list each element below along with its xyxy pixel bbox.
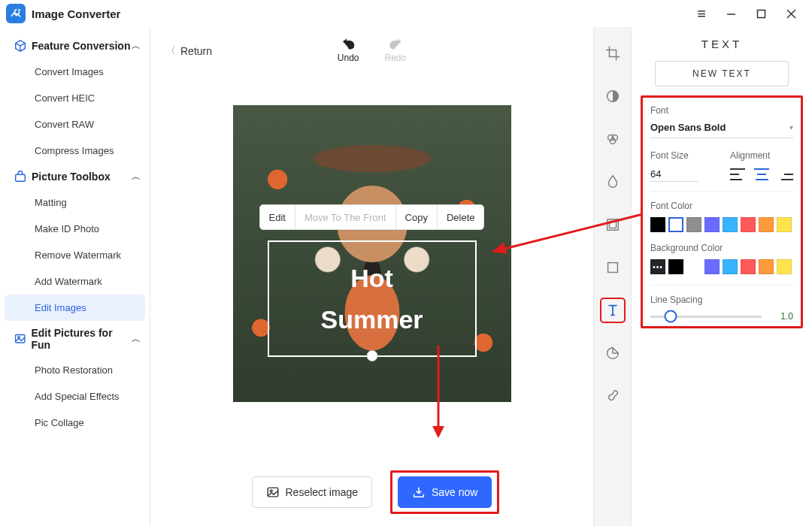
color-swatch[interactable] xyxy=(723,217,738,232)
font-color-label: Font Color xyxy=(650,201,793,211)
sidebar-section-feature-conversion[interactable]: Feature Conversion ︿ xyxy=(0,33,150,59)
color-swatch[interactable] xyxy=(759,259,774,274)
tool-adjust[interactable] xyxy=(600,83,626,109)
ctx-copy[interactable]: Copy xyxy=(396,205,438,229)
crop-icon xyxy=(604,45,621,62)
chevron-up-icon: ︿ xyxy=(132,333,141,346)
color-swatch[interactable] xyxy=(741,217,756,232)
sidebar-item-convert-images[interactable]: Convert Images xyxy=(0,59,150,85)
reselect-image-button[interactable]: Reselect image xyxy=(252,476,373,508)
font-size-label: Font Size xyxy=(650,150,709,161)
text-icon xyxy=(604,302,621,319)
undo-icon xyxy=(341,36,356,50)
tool-effects[interactable] xyxy=(600,126,626,152)
sidebar-item-matting[interactable]: Matting xyxy=(0,189,150,216)
return-button[interactable]: 〈 Return xyxy=(165,44,212,58)
slider-thumb[interactable] xyxy=(664,310,677,323)
sidebar-item-photo-restoration[interactable]: Photo Restoration xyxy=(0,357,150,383)
chevron-down-icon: ▾ xyxy=(789,123,793,132)
color-swatch[interactable] xyxy=(668,217,683,232)
redo-label: Redo xyxy=(385,53,407,63)
context-toolbar: Edit Move To The Front Copy Delete xyxy=(259,204,485,230)
close-button[interactable] xyxy=(776,0,806,27)
color-picker-button[interactable]: ••• xyxy=(650,259,665,274)
color-swatch[interactable] xyxy=(650,217,665,232)
app-title: Image Converter xyxy=(32,8,120,20)
maximize-button[interactable] xyxy=(746,0,776,27)
sidebar-item-remove-watermark[interactable]: Remove Watermark xyxy=(0,242,150,268)
sidebar: Feature Conversion ︿ Convert Images Conv… xyxy=(0,27,150,526)
ctx-edit[interactable]: Edit xyxy=(260,205,295,229)
sidebar-item-edit-images[interactable]: Edit Images xyxy=(5,295,145,321)
canvas-text-content[interactable]: Hot Summer xyxy=(269,242,475,355)
sidebar-section-label: Edit Pictures for Fun xyxy=(31,327,132,351)
sidebar-item-add-special-effects[interactable]: Add Special Effects xyxy=(0,383,150,410)
sidebar-section-edit-pictures-for-fun[interactable]: Edit Pictures for Fun ︿ xyxy=(0,321,150,357)
canvas-image[interactable]: Edit Move To The Front Copy Delete Hot S… xyxy=(233,105,511,402)
new-text-button[interactable]: NEW TEXT xyxy=(655,61,789,86)
font-label: Font xyxy=(650,105,793,116)
sidebar-item-convert-raw[interactable]: Convert RAW xyxy=(0,111,150,138)
save-now-button[interactable]: Save now xyxy=(398,476,492,508)
line-spacing-label: Line Spacing xyxy=(650,295,793,305)
tool-draw[interactable] xyxy=(600,383,626,409)
tool-crop[interactable] xyxy=(600,41,626,66)
sidebar-item-compress-images[interactable]: Compress Images xyxy=(0,138,150,164)
effects-icon xyxy=(604,131,621,147)
sidebar-item-add-watermark[interactable]: Add Watermark xyxy=(0,268,150,295)
alignment-label: Alignment xyxy=(730,150,793,161)
color-swatch[interactable] xyxy=(704,259,720,274)
font-color-swatches xyxy=(650,217,793,232)
menu-button[interactable]: ≡ xyxy=(686,0,716,27)
chevron-up-icon: ︿ xyxy=(132,40,141,53)
color-swatch[interactable] xyxy=(704,217,720,232)
line-spacing-slider[interactable] xyxy=(650,316,762,318)
undo-button[interactable]: Undo xyxy=(338,36,359,63)
undo-label: Undo xyxy=(338,53,359,63)
editor-canvas-column: 〈 Return Undo Redo Edit Mov xyxy=(150,27,594,526)
return-label: Return xyxy=(180,45,212,57)
align-left-button[interactable] xyxy=(730,168,745,180)
minimize-button[interactable] xyxy=(716,0,746,27)
chevron-left-icon: 〈 xyxy=(165,44,176,58)
svg-point-12 xyxy=(270,490,272,492)
droplet-icon xyxy=(604,174,621,190)
font-value: Open Sans Bold xyxy=(650,122,726,133)
gallery-icon xyxy=(14,332,26,346)
color-swatch[interactable] xyxy=(741,259,756,274)
tool-blur[interactable] xyxy=(600,169,626,195)
tool-sticker[interactable] xyxy=(600,340,626,366)
align-right-button[interactable] xyxy=(778,168,793,180)
align-center-button[interactable] xyxy=(754,168,769,180)
panel-title: TEXT xyxy=(641,38,803,50)
bg-color-swatches: ••• xyxy=(650,259,793,274)
sidebar-section-picture-toolbox[interactable]: Picture Toolbox ︿ xyxy=(0,164,150,189)
cube-icon xyxy=(14,39,27,53)
app-logo xyxy=(6,4,26,23)
color-swatch[interactable] xyxy=(777,259,792,274)
tool-text[interactable] xyxy=(600,298,626,323)
line-spacing-value: 1.0 xyxy=(769,311,793,322)
chevron-up-icon: ︿ xyxy=(132,171,141,183)
brush-icon xyxy=(604,388,621,404)
color-swatch[interactable] xyxy=(723,259,738,274)
color-swatch[interactable] xyxy=(686,217,701,232)
text-selection-box[interactable]: Hot Summer xyxy=(268,240,477,357)
titlebar: Image Converter ≡ xyxy=(0,0,812,27)
bg-color-label: Background Color xyxy=(650,243,793,253)
svg-marker-10 xyxy=(432,426,444,438)
toolbox-icon xyxy=(14,170,27,183)
svg-line-7 xyxy=(492,214,643,252)
font-size-input[interactable] xyxy=(650,167,698,182)
sidebar-item-make-id-photo[interactable]: Make ID Photo xyxy=(0,216,150,242)
download-icon xyxy=(412,485,426,499)
color-swatch[interactable] xyxy=(668,259,683,274)
redo-icon xyxy=(388,36,403,50)
font-select[interactable]: Open Sans Bold ▾ xyxy=(650,122,793,138)
color-swatch[interactable] xyxy=(759,217,774,232)
image-icon xyxy=(266,485,280,499)
sidebar-item-convert-heic[interactable]: Convert HEIC xyxy=(0,85,150,111)
sidebar-section-label: Feature Conversion xyxy=(32,40,130,52)
sidebar-item-pic-collage[interactable]: Pic Collage xyxy=(0,410,150,436)
color-swatch[interactable] xyxy=(777,217,792,232)
